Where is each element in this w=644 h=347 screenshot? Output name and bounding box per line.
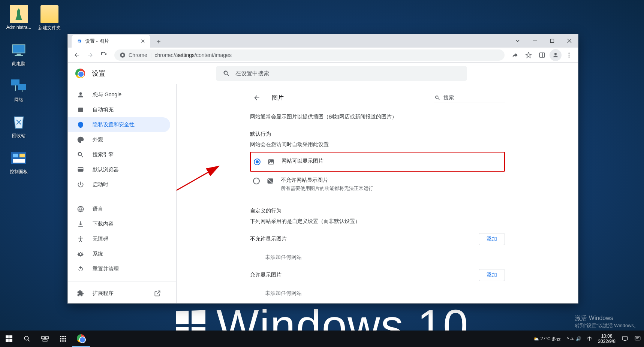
desktop-icon-recycle-bin[interactable]: 回收站 bbox=[4, 113, 33, 139]
sidebar-item-autofill[interactable]: 自动填充 bbox=[68, 102, 170, 117]
sidebar-item-about[interactable]: 关于 Chrome bbox=[68, 301, 170, 303]
section-custom-sub: 下列网站采用的是自定义设置（而非默认设置） bbox=[250, 218, 505, 225]
profile-button[interactable] bbox=[550, 49, 562, 61]
svg-rect-22 bbox=[78, 108, 83, 112]
taskbar-chrome-button[interactable] bbox=[72, 331, 90, 347]
sidebar-item-default-browser[interactable]: 默认浏览器 bbox=[68, 162, 170, 177]
window-maximize-button[interactable] bbox=[544, 34, 561, 48]
allow-list-title: 允许显示图片 bbox=[250, 272, 282, 278]
svg-rect-36 bbox=[6, 339, 9, 342]
add-block-site-button[interactable]: 添加 bbox=[479, 233, 505, 245]
svg-rect-15 bbox=[539, 53, 545, 57]
window-dropdown-button[interactable] bbox=[509, 34, 526, 48]
side-panel-button[interactable] bbox=[536, 49, 548, 61]
svg-point-46 bbox=[60, 338, 61, 340]
svg-rect-10 bbox=[13, 159, 25, 163]
sidebar-item-system[interactable]: 系统 bbox=[68, 247, 170, 262]
radio-block-sublabel: 所有需要使用图片的功能都将无法正常运行 bbox=[281, 185, 373, 192]
desktop-icon-control-panel[interactable]: 控制面板 bbox=[4, 149, 33, 175]
share-button[interactable] bbox=[509, 49, 521, 61]
svg-rect-8 bbox=[13, 154, 18, 157]
taskbar-apps-button[interactable] bbox=[54, 331, 72, 347]
settings-title: 设置 bbox=[92, 69, 105, 78]
sidebar-item-extensions[interactable]: 扩展程序 bbox=[68, 286, 170, 301]
add-allow-site-button[interactable]: 添加 bbox=[479, 269, 505, 281]
radio-allow-images[interactable]: 网站可以显示图片 bbox=[250, 152, 505, 172]
sidebar-item-reset[interactable]: 重置并清理 bbox=[68, 262, 170, 277]
page-title: 图片 bbox=[272, 94, 284, 102]
task-view-button[interactable] bbox=[36, 331, 54, 347]
chrome-icon bbox=[120, 52, 126, 58]
nav-reload-button[interactable] bbox=[98, 49, 110, 61]
sidebar-item-privacy[interactable]: 隐私设置和安全性 bbox=[68, 117, 170, 132]
svg-rect-40 bbox=[42, 337, 45, 339]
page-back-button[interactable] bbox=[250, 91, 264, 105]
svg-rect-37 bbox=[9, 339, 12, 342]
radio-allow-label: 网站可以显示图片 bbox=[282, 158, 323, 165]
bookmark-button[interactable] bbox=[523, 49, 535, 61]
radio-icon bbox=[254, 159, 261, 165]
settings-search-input[interactable]: 在设置中搜索 bbox=[216, 66, 467, 81]
sidebar-item-downloads[interactable]: 下载内容 bbox=[68, 217, 170, 232]
sidebar-item-appearance[interactable]: 外观 bbox=[68, 132, 170, 147]
annotation-arrow bbox=[177, 159, 229, 219]
external-link-icon bbox=[154, 290, 161, 297]
section-default-behavior-sub: 网站会在您访问时自动采用此设置 bbox=[250, 141, 505, 148]
activate-windows-watermark: 激活 Windows 转到"设置"以激活 Windows。 bbox=[575, 314, 639, 329]
image-icon bbox=[267, 158, 275, 166]
svg-rect-41 bbox=[46, 337, 49, 339]
start-button[interactable] bbox=[0, 331, 18, 347]
taskbar-action-center-button[interactable] bbox=[631, 331, 644, 347]
taskbar-search-button[interactable] bbox=[18, 331, 36, 347]
browser-tab[interactable]: 设置 - 图片 ✕ bbox=[72, 35, 150, 48]
settings-content: 图片 搜索 网站通常会显示图片以提供插图（例如网店或新闻报道的图片） 默认行为 … bbox=[177, 84, 578, 303]
taskbar-ime[interactable]: 中 bbox=[584, 331, 595, 347]
address-bar[interactable]: Chrome | chrome://settings/content/image… bbox=[114, 49, 505, 61]
sidebar-item-search-engine[interactable]: 搜索引擎 bbox=[68, 147, 170, 162]
new-tab-button[interactable]: ＋ bbox=[153, 36, 164, 46]
svg-rect-9 bbox=[19, 154, 25, 157]
taskbar-clock[interactable]: 10:08 2022/9/8 bbox=[595, 331, 619, 347]
taskbar: ⛅ 27°C 多云 ^ 🖧 🔊 中 10:08 2022/9/8 bbox=[0, 331, 644, 347]
svg-point-14 bbox=[121, 54, 123, 56]
window-close-button[interactable] bbox=[561, 34, 578, 48]
radio-block-label: 不允许网站显示图片 bbox=[281, 177, 373, 184]
sidebar-item-on-startup[interactable]: 启动时 bbox=[68, 177, 170, 192]
titlebar: 设置 - 图片 ✕ ＋ bbox=[68, 34, 578, 48]
image-off-icon bbox=[267, 177, 274, 185]
sidebar-item-accessibility[interactable]: 无障碍 bbox=[68, 232, 170, 247]
radio-block-images[interactable]: 不允许网站显示图片 所有需要使用图片的功能都将无法正常运行 bbox=[250, 172, 505, 197]
taskbar-notifications-button[interactable] bbox=[619, 331, 631, 347]
window-minimize-button[interactable] bbox=[526, 34, 544, 48]
svg-point-48 bbox=[64, 338, 66, 340]
desktop-icon-this-pc[interactable]: 此电脑 bbox=[4, 41, 33, 67]
allow-list-empty: 未添加任何网站 bbox=[265, 290, 505, 297]
svg-rect-34 bbox=[6, 335, 9, 338]
svg-point-38 bbox=[24, 336, 28, 340]
taskbar-weather[interactable]: ⛅ 27°C 多云 bbox=[530, 331, 564, 347]
nav-back-button[interactable] bbox=[71, 49, 83, 61]
svg-point-50 bbox=[62, 340, 64, 342]
svg-rect-12 bbox=[551, 39, 554, 43]
svg-point-44 bbox=[62, 336, 64, 337]
svg-rect-42 bbox=[43, 340, 47, 341]
search-icon bbox=[434, 95, 440, 101]
radio-icon bbox=[253, 178, 260, 184]
svg-point-21 bbox=[79, 92, 82, 95]
sidebar-item-languages[interactable]: 语言 bbox=[68, 202, 170, 217]
desktop-icon-network[interactable]: 网络 bbox=[4, 77, 33, 103]
tab-close-button[interactable]: ✕ bbox=[140, 38, 146, 44]
tray-icons[interactable]: ^ 🖧 🔊 bbox=[564, 331, 584, 347]
inline-search-input[interactable]: 搜索 bbox=[434, 93, 505, 103]
svg-point-17 bbox=[554, 53, 557, 55]
svg-rect-1 bbox=[17, 54, 21, 55]
chrome-menu-button[interactable] bbox=[563, 49, 575, 61]
svg-rect-2 bbox=[15, 55, 23, 56]
section-default-behavior: 默认行为 bbox=[250, 131, 505, 138]
nav-forward-button[interactable] bbox=[84, 49, 96, 61]
desktop-icon-new-folder[interactable]: 新建文件夹 bbox=[35, 5, 64, 31]
desktop-icon-administrator[interactable]: Administra... bbox=[4, 5, 33, 30]
chrome-logo-icon bbox=[75, 69, 85, 78]
sidebar-item-you-and-google[interactable]: 您与 Google bbox=[68, 87, 170, 102]
weather-icon: ⛅ bbox=[533, 336, 539, 341]
